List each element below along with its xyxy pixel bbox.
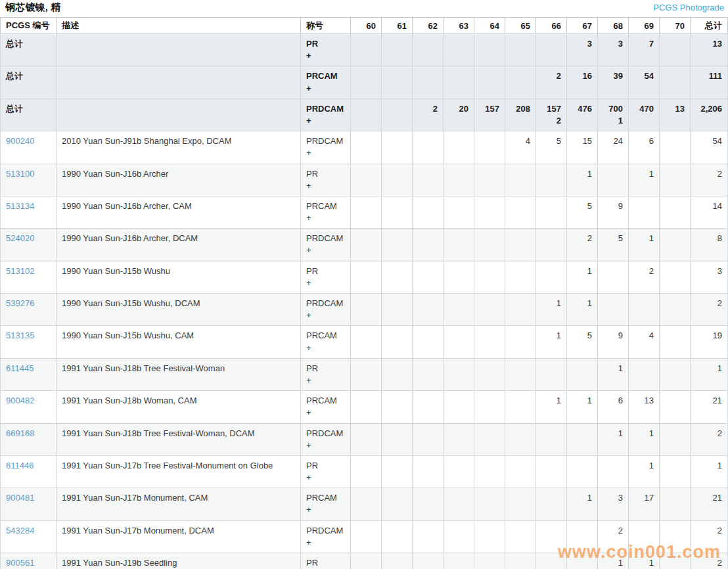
data-grade-cell: [536, 520, 567, 553]
data-grade-cell: 19: [691, 326, 728, 358]
designation-cell: PRDCAM +: [301, 423, 351, 455]
data-grade-cell: [474, 261, 505, 293]
data-grade-cell: [660, 196, 691, 228]
description-cell: 1991 Yuan Sun-J18b Tree Festival-Woman: [57, 358, 301, 390]
col-header-grade-63: 63: [444, 18, 474, 34]
pcgs-number-link[interactable]: 900482: [6, 396, 34, 405]
col-header-grade-67: 67: [567, 18, 598, 34]
data-grade-cell: [598, 294, 629, 326]
pcgs-number-link[interactable]: 900240: [6, 136, 34, 146]
data-grade-cell: [444, 488, 474, 520]
total-grade-cell: 208: [505, 99, 536, 131]
pcgs-number-cell: 543284: [1, 520, 57, 553]
data-grade-cell: 1: [567, 261, 598, 293]
data-grade-cell: 2: [691, 294, 728, 326]
data-grade-cell: [474, 391, 505, 423]
data-grade-cell: 2: [691, 520, 728, 553]
data-grade-cell: [536, 455, 567, 488]
designation-cell: PRDCAM +: [301, 131, 351, 164]
total-grade-cell: [536, 34, 567, 66]
data-grade-cell: [382, 196, 413, 228]
total-grade-cell: [505, 66, 536, 99]
data-grade-cell: [413, 294, 444, 326]
description-cell: 1991 Yuan Sun-J17b Monument, DCAM: [57, 520, 301, 553]
pcgs-number-link[interactable]: 543284: [6, 526, 34, 535]
data-grade-cell: 4: [629, 326, 660, 358]
total-label-cell: 总计: [1, 34, 57, 66]
total-grade-cell: [351, 66, 382, 99]
col-header-total: 总计: [691, 18, 728, 34]
data-grade-cell: [413, 423, 444, 455]
total-grade-cell: [444, 66, 474, 99]
data-grade-cell: 6: [629, 131, 660, 164]
total-grade-cell: 2: [536, 66, 567, 99]
data-grade-cell: [660, 326, 691, 358]
table-row: 5432841991 Yuan Sun-J17b Monument, DCAMP…: [1, 520, 728, 553]
pcgs-number-link[interactable]: 900481: [6, 493, 34, 503]
data-grade-cell: [629, 196, 660, 228]
data-grade-cell: [474, 196, 505, 228]
header-row: PCGS 编号 描述 称号 60 61 62 63 64 65 66 67 68…: [1, 18, 728, 34]
total-grade-cell: 157 2: [536, 99, 567, 131]
total-grade-cell: [413, 34, 444, 66]
col-header-description: 描述: [57, 18, 301, 34]
designation-cell: PR +: [301, 358, 351, 390]
data-grade-cell: [413, 196, 444, 228]
designation-cell: PRDCAM +: [301, 294, 351, 326]
description-cell: [57, 34, 301, 66]
data-grade-cell: 2: [691, 553, 728, 569]
pcgs-number-link[interactable]: 513102: [6, 266, 34, 276]
total-grade-cell: [413, 66, 444, 99]
data-grade-cell: [505, 261, 536, 293]
col-header-grade-68: 68: [598, 18, 629, 34]
data-grade-cell: 1: [691, 358, 728, 390]
data-grade-cell: [351, 520, 382, 553]
data-grade-cell: 2: [629, 261, 660, 293]
data-grade-cell: 1: [536, 294, 567, 326]
total-grade-cell: 157: [474, 99, 505, 131]
data-grade-cell: [505, 455, 536, 488]
data-grade-cell: [413, 455, 444, 488]
data-grade-cell: [660, 488, 691, 520]
pcgs-photograde-link[interactable]: PCGS Photograde: [653, 3, 724, 12]
data-grade-cell: [351, 229, 382, 261]
table-row: 5392761990 Yuan Sun-J15b Wushu, DCAMPRDC…: [1, 294, 728, 326]
data-grade-cell: [505, 358, 536, 390]
data-grade-cell: [660, 391, 691, 423]
data-grade-cell: [660, 553, 691, 569]
data-grade-cell: [567, 553, 598, 569]
data-grade-cell: [382, 455, 413, 488]
population-report-page: 钢芯镀镍, 精 PCGS Photograde PCGS 编号 描述 称号 60…: [0, 0, 728, 569]
pcgs-number-link[interactable]: 524020: [6, 233, 34, 243]
data-grade-cell: [413, 131, 444, 164]
data-grade-cell: [351, 455, 382, 488]
total-row-prcam: 总计PRCAM +2163954111: [1, 66, 728, 99]
data-grade-cell: 1: [567, 164, 598, 196]
pcgs-number-link[interactable]: 669168: [6, 428, 34, 438]
data-grade-cell: [536, 229, 567, 261]
pcgs-number-cell: 513102: [1, 261, 57, 293]
designation-cell: PRCAM +: [301, 391, 351, 423]
pcgs-number-link[interactable]: 513134: [6, 201, 34, 211]
data-grade-cell: [474, 131, 505, 164]
pcgs-number-link[interactable]: 539276: [6, 298, 34, 308]
pcgs-number-link[interactable]: 513100: [6, 169, 34, 179]
pcgs-number-link[interactable]: 611445: [6, 363, 34, 373]
data-grade-cell: [660, 520, 691, 553]
data-grade-cell: [413, 488, 444, 520]
total-label-cell: 总计: [1, 99, 57, 131]
data-grade-cell: [351, 553, 382, 569]
description-cell: 1991 Yuan Sun-J19b Seedling: [57, 553, 301, 569]
data-grade-cell: [351, 164, 382, 196]
description-cell: 1991 Yuan Sun-J17b Tree Festival-Monumen…: [57, 455, 301, 488]
table-body: 总计PR +33713总计PRCAM +2163954111总计PRDCAM +…: [1, 34, 728, 569]
table-row: 6114461991 Yuan Sun-J17b Tree Festival-M…: [1, 455, 728, 488]
description-cell: 1990 Yuan Sun-J15b Wushu, CAM: [57, 326, 301, 358]
page-header: 钢芯镀镍, 精 PCGS Photograde: [0, 0, 728, 17]
data-grade-cell: [598, 261, 629, 293]
pcgs-number-link[interactable]: 900561: [6, 558, 34, 568]
pcgs-number-link[interactable]: 513135: [6, 330, 34, 340]
data-grade-cell: [444, 423, 474, 455]
data-grade-cell: [382, 261, 413, 293]
pcgs-number-link[interactable]: 611446: [6, 461, 34, 470]
